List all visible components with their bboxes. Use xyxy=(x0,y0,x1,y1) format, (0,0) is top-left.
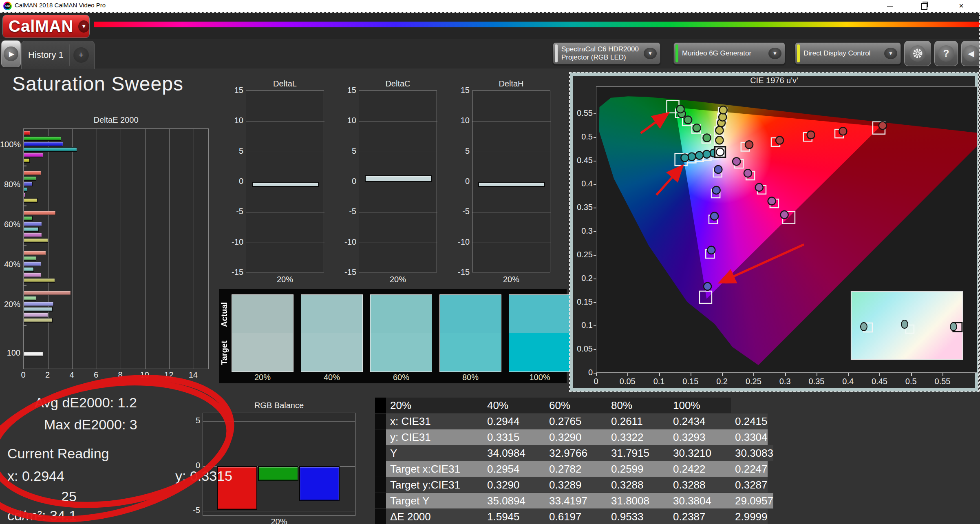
DeltaC-bar xyxy=(365,175,432,182)
gridline xyxy=(359,243,437,243)
de-bar-40%-3 xyxy=(24,267,34,272)
table-row-label: y: CIE31 xyxy=(386,429,483,445)
cie-measured-blue-1 xyxy=(713,186,720,194)
cie-measured-yellow-1 xyxy=(715,126,723,134)
table-cell: 0.3290 xyxy=(545,429,607,445)
table-cell: 0.9533 xyxy=(607,509,669,524)
swatch-actual xyxy=(301,295,362,333)
tab-history-1[interactable]: History 1 + xyxy=(21,41,95,69)
cie-measured-green-0 xyxy=(703,134,711,142)
swatch-label: 100% xyxy=(509,373,571,382)
table-cell: 34.0984 xyxy=(483,445,545,461)
tick-mark xyxy=(942,373,943,376)
tick-mark xyxy=(722,373,723,376)
swatch-target xyxy=(301,333,362,371)
lch-y-tick: 5 xyxy=(225,146,243,156)
table-row-icon xyxy=(375,461,386,477)
de-x-tick: 0 xyxy=(17,370,29,380)
max-de2000-stat: Max dE2000: 3 xyxy=(44,417,137,433)
de-bar-100%-4 xyxy=(24,153,43,157)
minimize-button[interactable] xyxy=(881,0,899,12)
cie-target-blue-4 xyxy=(700,291,712,303)
de-x-tick: 6 xyxy=(90,370,102,380)
restore-icon xyxy=(921,3,927,10)
inset-measured-point xyxy=(901,320,908,328)
table-cell: 0.6197 xyxy=(545,509,607,524)
table-cell: 0.2247 xyxy=(731,461,768,477)
table-row: Target Y35.089433.419731.800830.380429.0… xyxy=(375,493,773,509)
cie-measured-red-0 xyxy=(745,141,753,148)
table-cell: 0.3304 xyxy=(731,429,768,445)
play-button[interactable]: ▶ xyxy=(1,40,21,67)
de-bar-60%-2 xyxy=(24,222,42,226)
de-x-tick: 8 xyxy=(114,370,126,380)
swatch-label: 60% xyxy=(370,373,432,382)
lch-y-tick: 5 xyxy=(452,146,470,156)
table-cell: 32.9766 xyxy=(545,445,607,461)
de-x-tick: 10 xyxy=(139,370,151,380)
de-group-label: 100 xyxy=(0,348,20,358)
source-dropdown[interactable]: Murideo 6G Generator ▼ xyxy=(673,42,785,64)
de-x-tick: 12 xyxy=(163,370,175,380)
inset-measured-point xyxy=(861,323,867,331)
cie-y-tick: 0.3 xyxy=(570,226,593,236)
gridline xyxy=(472,121,551,122)
DeltaL-chart xyxy=(246,91,324,272)
display-control-dropdown[interactable]: Direct Display Control ▼ xyxy=(795,42,901,64)
rgb-balance-x-label: 20% xyxy=(203,517,355,524)
cie-measured-yellow-4 xyxy=(720,106,727,114)
rgb-balance-title: RGB Balance xyxy=(203,401,355,410)
cie-chart-title: CIE 1976 u'v' xyxy=(573,76,975,85)
cie-measured-magenta-4 xyxy=(781,211,788,219)
lch-y-tick: 10 xyxy=(452,116,470,125)
de-bar-60%-3 xyxy=(24,227,39,232)
table-cell: 30.3210 xyxy=(669,445,731,461)
close-button[interactable]: × xyxy=(952,0,971,12)
gridline xyxy=(203,511,355,511)
tick-mark xyxy=(848,373,849,376)
rgb-balance-chart xyxy=(203,413,355,516)
swatch-label: 40% xyxy=(301,373,363,382)
meter-dropdown[interactable]: SpectraCal C6 HDR2000 Projector (RGB LED… xyxy=(553,42,660,64)
de-group-label: 60% xyxy=(0,220,20,229)
cie-x-tick: 0.45 xyxy=(868,377,891,386)
cie-measured-blue-4 xyxy=(704,283,711,290)
actual-row-label: Actual xyxy=(220,295,229,334)
table-cell: 0.2782 xyxy=(545,461,607,477)
help-button[interactable]: ? xyxy=(934,41,958,66)
cie-y-tick: 0.05 xyxy=(570,344,593,354)
swatch-actual xyxy=(371,295,432,333)
cie-measured-blue-0 xyxy=(714,166,722,173)
gridline xyxy=(194,129,194,369)
inset-measured-point xyxy=(950,323,957,331)
window-title: CalMAN 2018 CalMAN Video Pro xyxy=(15,2,106,9)
lch-y-tick: 10 xyxy=(338,116,356,125)
cie-y-tick: 0.55 xyxy=(570,108,593,118)
red-arrow-annotation-2 xyxy=(721,244,804,282)
settings-button[interactable] xyxy=(904,41,931,66)
lch-x-label: 20% xyxy=(246,275,324,284)
red-arrow-annotation-0 xyxy=(641,114,667,133)
calman-menu-button[interactable]: CalMAN ▼ xyxy=(2,15,90,38)
swatch-label: 20% xyxy=(232,373,294,382)
cie-measured-white-0 xyxy=(716,148,724,156)
current-reading-heading: Current Reading xyxy=(7,446,109,462)
restore-button[interactable] xyxy=(915,0,934,12)
tick-mark xyxy=(911,373,912,376)
swatch-target xyxy=(371,333,432,371)
gridline xyxy=(169,129,170,369)
play-icon: ▶ xyxy=(4,46,18,61)
cie-y-tick: 0.5 xyxy=(570,132,593,142)
add-tab-button[interactable]: + xyxy=(73,47,89,63)
de-x-tick: 2 xyxy=(42,370,54,380)
lch-y-tick: -15 xyxy=(338,268,356,277)
lch-y-tick: -10 xyxy=(452,237,470,247)
swatch-actual xyxy=(232,295,293,333)
chevron-down-icon: ▼ xyxy=(768,48,781,59)
table-cell: 35.0894 xyxy=(483,493,545,509)
gridline xyxy=(472,212,551,212)
window-titlebar: CM CalMAN 2018 CalMAN Video Pro × xyxy=(0,0,980,12)
swatch-actual xyxy=(509,295,570,333)
table-row: y: CIE310.33150.32900.33220.32930.3304 xyxy=(375,429,773,445)
cie-x-tick: 0.05 xyxy=(616,377,639,386)
